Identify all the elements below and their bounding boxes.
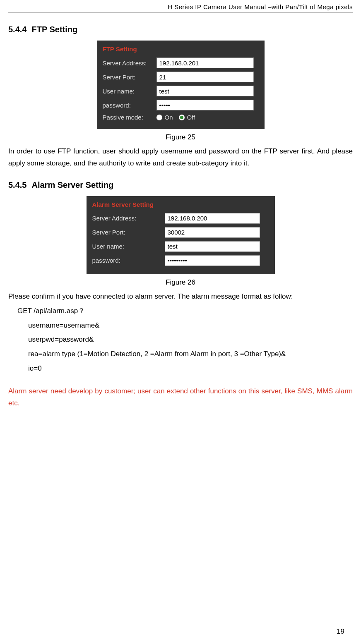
radio-off-label: Off (187, 114, 195, 121)
figure-26-caption: Figure 26 (8, 278, 353, 287)
alarm-username-row: User name: (92, 241, 269, 252)
alarm-username-input[interactable] (165, 241, 260, 252)
alarm-password-label: password: (92, 257, 165, 264)
ftp-panel-title: FTP Setting (103, 45, 259, 53)
alarm-code-line2: username=username& (8, 320, 353, 332)
section-title: FTP Setting (31, 25, 77, 34)
figure-25-caption: Figure 25 (8, 133, 353, 141)
alarm-note: Alarm server need develop by customer; u… (8, 385, 353, 409)
alarm-intro-text: Please confirm if you have connected to … (8, 291, 353, 303)
ftp-username-row: User name: (103, 86, 259, 96)
alarm-server-port-label: Server Port: (92, 229, 165, 236)
section-title: Alarm Server Setting (31, 180, 113, 189)
section-5-4-5-heading: 5.4.5Alarm Server Setting (8, 180, 353, 190)
alarm-server-panel: Alarm Server Setting Server Address: Ser… (87, 196, 275, 274)
ftp-setting-panel: FTP Setting Server Address: Server Port:… (97, 41, 265, 129)
section-number: 5.4.5 (8, 180, 26, 190)
alarm-code-line3: userpwd=password& (8, 334, 353, 346)
ftp-username-label: User name: (103, 88, 156, 95)
ftp-password-label: password: (103, 102, 156, 109)
ftp-server-address-label: Server Address: (103, 60, 156, 67)
alarm-password-input[interactable] (165, 255, 260, 266)
ftp-server-port-input[interactable] (156, 72, 254, 82)
alarm-server-port-input[interactable] (165, 227, 260, 238)
page-header: H Series IP Camera User Manual –with Pan… (8, 0, 353, 12)
alarm-panel-title: Alarm Server Setting (92, 201, 269, 208)
alarm-code-line4: rea=alarm type (1=Motion Detection, 2 =A… (8, 348, 353, 360)
alarm-code-line1: GET /api/alarm.asp？ (8, 305, 353, 317)
ftp-description: In order to use FTP function, user shoul… (8, 146, 353, 170)
ftp-passive-label: Passive mode: (103, 114, 156, 121)
alarm-server-address-input[interactable] (165, 213, 260, 224)
radio-off[interactable] (179, 115, 185, 120)
alarm-username-label: User name: (92, 243, 165, 250)
ftp-server-address-input[interactable] (156, 57, 254, 68)
ftp-passive-row: Passive mode: On Off (103, 114, 259, 121)
radio-on[interactable] (156, 115, 162, 120)
ftp-password-row: password: (103, 100, 259, 110)
radio-on-label: On (165, 114, 173, 121)
alarm-server-port-row: Server Port: (92, 227, 269, 238)
section-5-4-4-heading: 5.4.4FTP Setting (8, 25, 353, 34)
ftp-password-input[interactable] (156, 100, 254, 110)
ftp-username-input[interactable] (156, 86, 254, 96)
section-number: 5.4.4 (8, 25, 26, 34)
ftp-server-port-label: Server Port: (103, 74, 156, 81)
alarm-server-address-label: Server Address: (92, 215, 165, 222)
ftp-server-port-row: Server Port: (103, 72, 259, 82)
alarm-password-row: password: (92, 255, 269, 266)
alarm-code-line5: io=0 (8, 363, 353, 375)
ftp-server-address-row: Server Address: (103, 57, 259, 68)
alarm-server-address-row: Server Address: (92, 213, 269, 224)
ftp-passive-radio-group: On Off (156, 114, 199, 121)
